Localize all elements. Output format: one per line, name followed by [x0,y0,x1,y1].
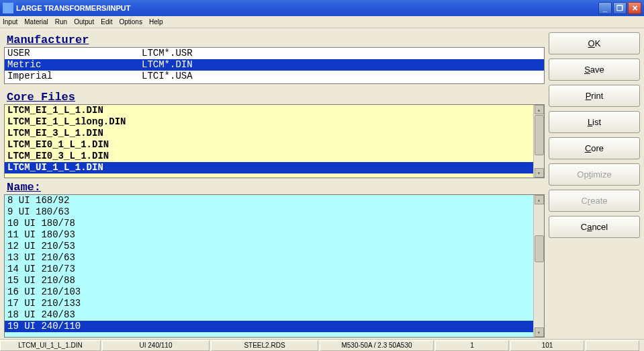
core-file-row[interactable]: LTCM_UI_1_L_1.DIN [5,162,533,173]
name-row[interactable]: 11 UI 180/93 [5,229,533,241]
menu-material[interactable]: Material [24,18,48,26]
core-file-row[interactable]: LTCM_EI_3_L_1.DIN [5,128,533,139]
manufacturer-row[interactable]: ImperialLTCI*.USA [5,71,544,82]
name-row[interactable]: 8 UI 168/92 [5,195,533,206]
maximize-button[interactable]: ❐ [613,2,627,14]
name-row[interactable]: 13 UI 210/63 [5,252,533,264]
manufacturer-row[interactable]: USERLTCM*.USR [5,48,544,59]
scroll-up-icon[interactable]: ▴ [535,195,544,204]
menu-help[interactable]: Help [149,18,163,26]
name-list[interactable]: 8 UI 168/929 UI 180/6310 UI 180/7811 UI … [4,194,545,338]
name-row[interactable]: 9 UI 180/63 [5,206,533,218]
status-cell: LTCM_UI_1_L_1.DIN [0,340,101,351]
scroll-down-icon[interactable]: ▾ [535,168,544,178]
print-button[interactable]: Print [549,85,640,107]
manufacturer-list[interactable]: USERLTCM*.USRMetricLTCM*.DINImperialLTCI… [4,47,545,84]
name-label: Name: [7,181,545,194]
name-row[interactable]: 19 UI 240/110 [5,321,533,332]
menu-edit[interactable]: Edit [101,18,112,26]
manufacturer-row[interactable]: MetricLTCM*.DIN [5,59,544,71]
name-row[interactable]: 12 UI 210/53 [5,241,533,252]
close-button[interactable]: ✕ [628,2,641,14]
name-row[interactable]: 18 UI 240/83 [5,309,533,321]
status-cell: STEEL2.RDS [211,340,318,351]
menu-output[interactable]: Output [74,18,94,26]
scroll-up-icon[interactable]: ▴ [535,105,544,114]
cancel-button[interactable]: Cancel [549,216,640,238]
name-scrollbar[interactable]: ▴ ▾ [533,195,544,337]
menu-bar: Input Material Run Output Edit Options H… [0,16,644,28]
list-button[interactable]: List [549,111,640,133]
name-row[interactable]: 16 UI 210/103 [5,286,533,298]
title-bar: LARGE TRANSFORMERS/INPUT _ ❐ ✕ [0,0,644,16]
status-cell: UI 240/110 [102,340,210,351]
name-row[interactable]: 14 UI 210/73 [5,264,533,275]
core-file-row[interactable]: LTCM_EI_1_L_1long.DIN [5,116,533,128]
core-file-row[interactable]: LTCM_EI0_1_L_1.DIN [5,139,533,151]
optimize-button: Optimize [549,163,640,186]
core-button[interactable]: Core [549,137,640,159]
name-row[interactable]: 15 UI 210/88 [5,275,533,286]
ok-button[interactable]: OK [549,32,640,54]
status-cell [586,340,639,351]
minimize-button[interactable]: _ [598,2,612,14]
app-icon [3,3,13,13]
menu-input[interactable]: Input [3,18,17,26]
save-button[interactable]: Save [549,58,640,81]
manufacturer-label: Manufacturer [7,34,545,46]
core-files-label: Core Files [7,91,545,104]
core-files-scrollbar[interactable]: ▴ ▾ [533,105,544,178]
core-file-row[interactable]: LTCM_EI_1_L_1.DIN [5,105,533,116]
status-cell: 1 [435,340,509,351]
create-button: Create [549,190,640,212]
name-row[interactable]: 17 UI 210/133 [5,298,533,309]
menu-options[interactable]: Options [119,18,142,26]
core-file-row[interactable]: LTCM_EI0_3_L_1.DIN [5,151,533,162]
name-row[interactable]: 10 UI 180/78 [5,218,533,229]
menu-run[interactable]: Run [55,18,67,26]
scroll-down-icon[interactable]: ▾ [535,327,544,337]
status-cell: M530-50A / 2.3 50A530 [320,340,434,351]
status-bar: LTCM_UI_1_L_1.DINUI 240/110STEEL2.RDSM53… [0,339,644,351]
window-title: LARGE TRANSFORMERS/INPUT [16,4,598,12]
core-files-list[interactable]: LTCM_EI_1_L_1.DINLTCM_EI_1_L_1long.DINLT… [4,104,545,178]
status-cell: 101 [510,340,584,351]
